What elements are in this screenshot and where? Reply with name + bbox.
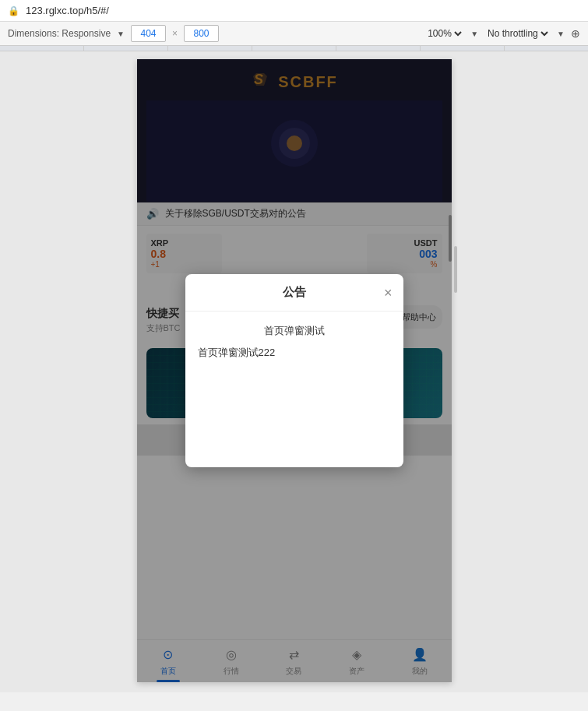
viewport: S SCBFF 🔊 关于移除SGB/USDT交易对的公告 [0,51,588,692]
tab-segment-4 [252,46,336,51]
modal-overlay[interactable]: 公告 × 首页弹窗测试 首页弹窗测试222 [137,59,452,682]
modal-box: 公告 × 首页弹窗测试 首页弹窗测试222 [185,274,403,467]
viewport-scrollbar[interactable] [454,246,457,293]
browser-chrome: 🔒 123.rglxc.top/h5/#/ Dimensions: Respon… [0,0,588,51]
modal-title: 公告 [283,285,306,300]
dimensions-label: Dimensions: Responsive [8,28,111,39]
x-separator: × [172,28,178,39]
lock-icon: 🔒 [8,5,19,16]
modal-content: 首页弹窗测试222 [198,346,391,360]
zoom-select[interactable]: 100% 75% 50% [424,27,464,40]
dropdown-arrow: ▼ [117,30,125,38]
zoom-arrow: ▼ [470,30,478,38]
address-bar: 🔒 123.rglxc.top/h5/#/ [0,0,588,22]
tab-bar [0,46,588,51]
modal-header: 公告 × [185,274,403,312]
modal-subtitle: 首页弹窗测试 [198,324,391,338]
tab-segment-7 [505,46,588,51]
tab-segment-5 [336,46,421,51]
tab-segment-6 [421,46,505,51]
height-input[interactable] [184,25,219,42]
tab-segment-3 [168,46,252,51]
network-icon[interactable]: ⊕ [571,27,580,40]
modal-close-button[interactable]: × [384,286,393,300]
mobile-frame: S SCBFF 🔊 关于移除SGB/USDT交易对的公告 [137,59,452,682]
tab-segment-1 [0,46,84,51]
throttle-arrow: ▼ [557,30,565,38]
throttle-select[interactable]: No throttling Fast 3G Slow 3G [484,27,551,40]
dev-toolbar: Dimensions: Responsive ▼ × 100% 75% 50% … [0,22,588,46]
modal-body: 首页弹窗测试 首页弹窗测试222 [185,312,403,467]
width-input[interactable] [131,25,166,42]
tab-segment-2 [84,46,168,51]
url-text: 123.rglxc.top/h5/#/ [26,5,580,16]
